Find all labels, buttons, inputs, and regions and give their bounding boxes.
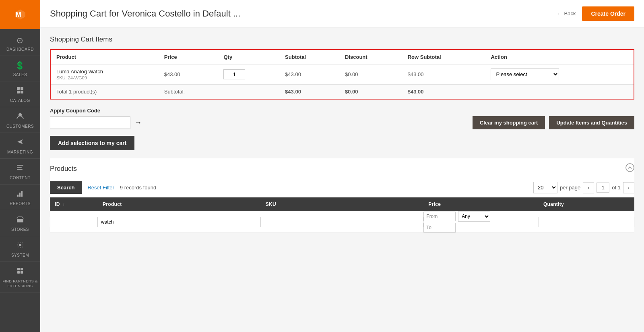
col-product-name: Product [98, 197, 261, 211]
clear-cart-button[interactable]: Clear my shopping cart [473, 116, 545, 129]
cart-table: Product Price Qty Subtotal Discount Row … [51, 50, 634, 99]
svg-rect-12 [19, 193, 21, 197]
stores-icon [16, 215, 24, 225]
price-from-row: Any [423, 211, 539, 222]
col-price-any [481, 197, 539, 211]
sidebar-item-label: FIND PARTNERS & EXTENSIONS [2, 279, 39, 288]
sidebar-item-dashboard[interactable]: ⊙ DASHBOARD [0, 31, 40, 56]
total-row-subtotal-cell: $43.00 [402, 85, 485, 99]
sidebar-item-system[interactable]: SYSTEM [0, 236, 40, 262]
sidebar-item-customers[interactable]: CUSTOMERS [0, 107, 40, 133]
total-discount-value: $0.00 [345, 89, 358, 95]
product-sku: SKU: 24-WG09 [56, 75, 153, 80]
products-header: Products [50, 158, 634, 178]
filter-id-cell [50, 211, 98, 233]
main-content: Shopping Cart for Veronica Costello in D… [40, 0, 644, 332]
system-icon [16, 241, 24, 251]
page-of-label: of 1 [612, 185, 621, 191]
price-from-input[interactable] [423, 212, 456, 221]
svg-rect-10 [17, 169, 23, 170]
marketing-icon [16, 138, 24, 148]
add-selections-button[interactable]: Add selections to my cart [50, 136, 134, 150]
col-discount: Discount [339, 50, 402, 64]
col-quantity: Quantity [539, 197, 634, 211]
next-page-button[interactable]: › [623, 182, 634, 193]
per-page-select[interactable]: 20 30 50 100 [533, 182, 557, 193]
total-label-cell: Total 1 product(s) [51, 85, 159, 99]
sidebar-item-label: MARKETING [7, 150, 33, 154]
filter-product-cell [98, 211, 261, 233]
filter-row: Any [50, 211, 634, 233]
total-discount-cell: $0.00 [339, 85, 402, 99]
action-cell: Please select [485, 64, 634, 85]
page-header: Shopping Cart for Veronica Costello in D… [40, 0, 644, 27]
total-subtotal-cell: $43.00 [279, 85, 339, 99]
filter-sku-input[interactable] [261, 217, 424, 227]
search-button[interactable]: Search [50, 181, 82, 194]
sidebar-item-label: STORES [11, 227, 29, 232]
filter-sku-cell [261, 211, 424, 233]
svg-rect-18 [17, 271, 20, 274]
coupon-apply-arrow[interactable]: → [134, 118, 142, 127]
sales-icon: 💲 [15, 61, 25, 71]
svg-rect-16 [17, 268, 20, 270]
discount-cell: $0.00 [339, 64, 402, 85]
filter-price-cell: Any [423, 211, 539, 233]
svg-rect-9 [17, 167, 22, 168]
action-select[interactable]: Please select [491, 68, 559, 80]
sidebar-logo[interactable]: M [0, 0, 40, 29]
subtotal-cell: $43.00 [279, 64, 339, 85]
sidebar: M ⊙ DASHBOARD 💲 SALES CATALOG CUSTOMERS … [0, 0, 40, 332]
filter-quantity-input[interactable] [539, 217, 634, 227]
page-number-display: 1 [597, 183, 609, 193]
create-order-button[interactable]: Create Order [582, 6, 634, 21]
col-price: Price [159, 50, 218, 64]
col-row-subtotal: Row Subtotal [402, 50, 485, 64]
col-id: ID ↑ [50, 197, 98, 211]
prev-page-button[interactable]: ‹ [583, 182, 594, 193]
update-items-button[interactable]: Update Items and Quantities [549, 116, 634, 129]
sidebar-item-label: CATALOG [10, 98, 30, 103]
search-toolbar: Search Reset Filter 9 records found 20 3… [50, 178, 634, 197]
products-section-title: Products [50, 165, 77, 173]
product-cell: Luma Analog Watch SKU: 24-WG09 [51, 64, 159, 85]
col-price-header: Price [423, 197, 481, 211]
sidebar-item-stores[interactable]: STORES [0, 210, 40, 236]
per-page-label: per page [560, 185, 580, 191]
svg-rect-14 [17, 219, 23, 222]
reset-filter-link[interactable]: Reset Filter [87, 185, 114, 191]
price-to-input[interactable] [423, 223, 456, 232]
collapse-icon[interactable] [625, 163, 634, 174]
sidebar-item-label: SYSTEM [11, 253, 29, 257]
qty-input[interactable] [223, 69, 245, 79]
back-arrow-icon: ← [557, 10, 562, 17]
sidebar-item-find[interactable]: FIND PARTNERS & EXTENSIONS [0, 262, 40, 293]
filter-id-input[interactable] [50, 217, 98, 227]
total-row: Total 1 product(s) Subtotal: $43.00 $0.0… [51, 85, 634, 99]
coupon-section: Apply Coupon Code → Clear my shopping ca… [50, 108, 634, 129]
sidebar-item-marketing[interactable]: MARKETING [0, 133, 40, 159]
svg-rect-4 [21, 87, 23, 90]
sidebar-item-label: CONTENT [10, 176, 31, 180]
sidebar-item-catalog[interactable]: CATALOG [0, 81, 40, 107]
filter-product-input[interactable] [98, 217, 261, 227]
total-action-cell [485, 85, 634, 99]
find-icon [16, 267, 24, 277]
coupon-label: Apply Coupon Code [50, 108, 634, 114]
coupon-input[interactable] [50, 116, 130, 129]
add-selections-wrapper: Add selections to my cart [50, 136, 634, 158]
price-to-row [423, 223, 539, 232]
sidebar-item-reports[interactable]: REPORTS [0, 185, 40, 210]
total-qty-cell [218, 85, 279, 99]
price-any-select[interactable]: Any [458, 211, 490, 222]
sidebar-item-label: DASHBOARD [6, 47, 34, 52]
sidebar-item-sales[interactable]: 💲 SALES [0, 56, 40, 81]
svg-rect-6 [21, 91, 23, 93]
back-link[interactable]: ← Back [557, 10, 576, 17]
svg-rect-8 [17, 165, 23, 166]
reports-icon [16, 189, 24, 199]
sidebar-item-content[interactable]: CONTENT [0, 159, 40, 185]
content-icon [16, 164, 24, 174]
cart-table-wrapper: Product Price Qty Subtotal Discount Row … [50, 49, 634, 100]
search-toolbar-left: Search Reset Filter 9 records found [50, 181, 156, 194]
